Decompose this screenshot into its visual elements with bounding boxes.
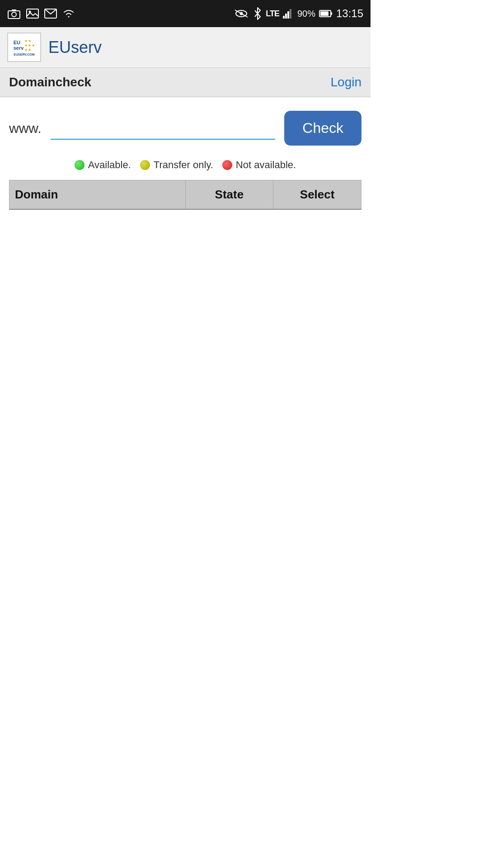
action-bar: Domaincheck Login	[0, 68, 371, 97]
available-label: Available.	[88, 159, 131, 171]
not-available-dot	[222, 160, 232, 170]
check-button[interactable]: Check	[284, 111, 361, 146]
table-header-row: Domain State Select	[9, 180, 361, 210]
table-header-select: Select	[273, 180, 361, 210]
wifi-icon	[62, 9, 75, 19]
svg-rect-2	[12, 9, 16, 11]
domain-table: Domain State Select	[9, 180, 361, 210]
domain-input[interactable]	[51, 117, 276, 140]
clock: 13:15	[336, 7, 363, 20]
not-available-label: Not available.	[236, 159, 296, 171]
status-bar: LTE 90% 13:15	[0, 0, 371, 27]
svg-rect-12	[290, 9, 291, 19]
transfer-only-dot	[140, 160, 150, 170]
domain-input-row: www. Check	[9, 111, 361, 146]
lte-badge: LTE	[266, 9, 279, 19]
transfer-only-label: Transfer only.	[154, 159, 213, 171]
signal-icon	[283, 9, 294, 19]
bluetooth-icon	[253, 7, 262, 20]
page-title: Domaincheck	[9, 75, 91, 90]
status-bar-left-icons	[7, 8, 75, 19]
domain-input-wrapper	[51, 117, 276, 140]
privacy-icon	[233, 8, 249, 19]
battery-icon	[319, 9, 333, 18]
legend-transfer-only: Transfer only.	[140, 159, 213, 171]
svg-rect-3	[27, 9, 38, 18]
app-title: EUserv	[48, 38, 102, 57]
logo-url: EUSERV.COM	[14, 53, 34, 56]
svg-rect-15	[331, 12, 332, 15]
legend-row: Available. Transfer only. Not available.	[9, 159, 361, 171]
svg-line-8	[235, 10, 248, 17]
svg-rect-14	[320, 11, 328, 16]
svg-rect-10	[285, 14, 287, 19]
main-content: www. Check Available. Transfer only. Not…	[0, 97, 371, 219]
status-bar-right-icons: LTE 90% 13:15	[233, 7, 363, 20]
available-dot	[75, 160, 84, 170]
svg-rect-9	[283, 16, 285, 19]
camera-icon	[7, 8, 21, 19]
mail-icon	[44, 9, 57, 19]
image-icon	[26, 8, 39, 19]
login-link[interactable]: Login	[330, 75, 361, 90]
svg-point-1	[12, 12, 16, 17]
table-header-domain: Domain	[9, 180, 186, 210]
svg-rect-11	[287, 11, 289, 19]
app-logo: EUserv ★ ★ ★ ★ ★ ★ ★	[7, 33, 41, 62]
battery-percent: 90%	[297, 9, 315, 19]
legend-available: Available.	[75, 159, 131, 171]
table-header-state: State	[185, 180, 273, 210]
legend-not-available: Not available.	[222, 159, 296, 171]
www-prefix: www.	[9, 121, 42, 136]
app-header: EUserv ★ ★ ★ ★ ★ ★ ★	[0, 27, 371, 68]
